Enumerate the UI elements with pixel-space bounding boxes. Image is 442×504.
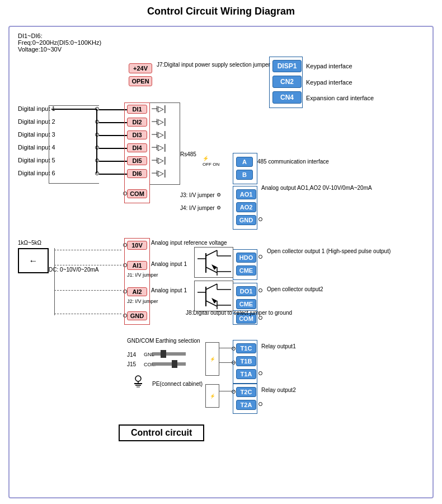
j7-label: J7:Digital input power supply selection … bbox=[157, 62, 246, 68]
com-bot-dot bbox=[258, 316, 262, 320]
di-info: DI1~DI6: Freq:0~200Hz(DI5:0~100KHz) Volt… bbox=[18, 32, 101, 53]
di2-line bbox=[99, 122, 127, 123]
j15-switch bbox=[152, 359, 186, 371]
do1-terminal-box bbox=[233, 283, 257, 314]
di1-line bbox=[99, 109, 127, 110]
com-terminal-box bbox=[233, 310, 257, 325]
dash-vert-left bbox=[54, 248, 55, 315]
relay2-label: Relay output2 bbox=[261, 387, 296, 393]
dc-label: DC: 0~10V/0~20mA bbox=[49, 267, 99, 273]
ai-terminal-box bbox=[124, 238, 150, 325]
relay2-coil-box: ⚡ bbox=[205, 384, 219, 408]
diagram-area: DI1~DI6: Freq:0~200Hz(DI5:0~100KHz) Volt… bbox=[18, 32, 426, 492]
j3-sym: ⚙ bbox=[217, 192, 221, 198]
svg-line-16 bbox=[206, 284, 217, 290]
ao-desc: Analog output AO1,AO2 0V-10V/0mA~20mA bbox=[261, 185, 351, 191]
resistor-box: ← bbox=[18, 248, 49, 273]
dash-line-2 bbox=[54, 265, 121, 265]
control-circuit-label: Control circuit bbox=[119, 424, 204, 441]
gnd-ao-dot bbox=[258, 217, 262, 221]
gnd-com-label: GND/COM Earthing selection bbox=[127, 338, 200, 344]
relay1-coil-box: ⚡ bbox=[205, 342, 219, 376]
di-terminal-box bbox=[124, 102, 150, 203]
page-wrapper: Control Circuit Wiring Diagram DI1~DI6: … bbox=[6, 6, 436, 498]
ab-terminal-box bbox=[233, 153, 257, 184]
di4-line bbox=[99, 148, 127, 149]
do1-transistor-box bbox=[194, 281, 233, 311]
cn4-label: Expansion card interface bbox=[306, 95, 374, 101]
terminal-open: OPEN bbox=[129, 76, 152, 86]
hdo-dot bbox=[258, 255, 262, 259]
j3-label: J3: I/V jumper bbox=[180, 192, 215, 198]
svg-marker-20 bbox=[211, 298, 217, 304]
hdo-terminal-box bbox=[233, 249, 257, 280]
dash-line-1 bbox=[54, 250, 121, 250]
svg-rect-23 bbox=[152, 352, 186, 356]
j15-label: J15 bbox=[127, 361, 136, 367]
di-bracket bbox=[49, 105, 99, 184]
terminal-24v: +24V bbox=[129, 63, 152, 73]
rs485-switch: ⚡OFF ON bbox=[203, 156, 219, 167]
do1-dot bbox=[258, 288, 262, 292]
10v-label: Analog input reference voltage bbox=[151, 240, 218, 246]
t1a-dot bbox=[258, 371, 262, 375]
relay1-label: Relay output1 bbox=[261, 343, 296, 349]
ao-terminal-box bbox=[233, 186, 257, 230]
dash-line-4 bbox=[54, 314, 121, 314]
svg-marker-11 bbox=[211, 264, 217, 270]
hdo-desc: Open collector output 1 (High-speed puls… bbox=[267, 248, 351, 254]
page-title: Control Circuit Wiring Diagram bbox=[6, 6, 436, 17]
svg-rect-25 bbox=[152, 362, 186, 366]
dash-line-3 bbox=[54, 290, 121, 291]
relay1-terminal-box bbox=[233, 340, 257, 384]
rs485-label: Rs485 bbox=[180, 151, 196, 157]
do1-desc: Open collector output2 bbox=[267, 286, 323, 292]
rs485-desc: 485 communication interface bbox=[257, 158, 325, 165]
interface-terminal-box bbox=[269, 57, 303, 108]
cn2-label: Keypad interface bbox=[306, 79, 352, 86]
j4-sym: ⚙ bbox=[217, 205, 221, 211]
di-diode-box bbox=[149, 102, 180, 185]
pe-label: PE(connect cabinet) bbox=[152, 381, 203, 387]
hdo-transistor-box bbox=[194, 247, 233, 278]
svg-point-0 bbox=[135, 376, 141, 381]
analog-voltage-label: 1kΩ~5kΩ bbox=[18, 240, 41, 246]
svg-rect-26 bbox=[172, 360, 177, 368]
di5-line bbox=[99, 161, 127, 162]
t2a-dot bbox=[258, 402, 262, 406]
j14-label: J14 bbox=[127, 352, 136, 358]
pe-ground-sym bbox=[130, 375, 147, 391]
j4-label: J4: I/V jumper bbox=[180, 205, 215, 211]
di6-line bbox=[99, 174, 127, 175]
diagram-container: DI1~DI6: Freq:0~200Hz(DI5:0~100KHz) Volt… bbox=[8, 26, 434, 498]
svg-rect-24 bbox=[161, 350, 166, 358]
relay2-terminal-box bbox=[233, 384, 257, 414]
svg-line-7 bbox=[206, 250, 217, 256]
disp1-label: Keypad interface bbox=[306, 63, 352, 69]
di3-line bbox=[99, 135, 127, 136]
